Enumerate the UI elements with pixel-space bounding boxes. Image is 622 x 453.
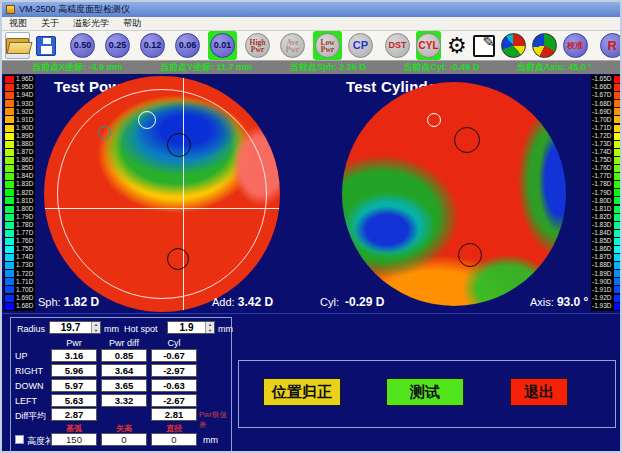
scale-tick: 1.74D bbox=[5, 254, 34, 261]
window-title: VM-2500 高精度面型检测仪 bbox=[19, 3, 130, 16]
right-cyl-value: -2.97 bbox=[151, 364, 197, 377]
menu-company[interactable]: 溢影光学 bbox=[66, 17, 116, 30]
scale-tick: 1.86D bbox=[5, 157, 34, 164]
menu-help[interactable]: 帮助 bbox=[116, 17, 148, 30]
sph-readout: Sph: 1.82 D bbox=[38, 295, 99, 309]
scale-tick: 1.87D bbox=[5, 149, 34, 156]
scale-tick: 1.79D bbox=[5, 214, 34, 221]
status-bar: 当前点X坐标: -4.9 mm 当前点Y坐标: 11.7 mm 当前点Sph: … bbox=[2, 61, 620, 74]
power-map-button[interactable] bbox=[501, 33, 526, 58]
comp-value-2[interactable]: 0 bbox=[101, 433, 147, 446]
exit-button[interactable]: 退出 bbox=[510, 378, 568, 406]
scale-tick: -1.71D bbox=[592, 125, 621, 132]
power-color-scale: 1.96D1.95D1.94D1.93D1.92D1.91D1.90D1.89D… bbox=[4, 75, 35, 311]
radius-unit: mm bbox=[104, 324, 119, 334]
low-pwr-button[interactable]: LowPwr bbox=[313, 31, 342, 60]
scale-tick: 1.73D bbox=[5, 262, 34, 269]
cylinder-map-button[interactable] bbox=[532, 33, 557, 58]
left-pwr_diff-value: 3.32 bbox=[101, 394, 147, 407]
comp-value-1[interactable]: 150 bbox=[51, 433, 97, 446]
scale-tick: -1.86D bbox=[592, 246, 621, 253]
calibrate-button[interactable]: 校准 bbox=[563, 33, 588, 58]
scale-tick: 1.88D bbox=[5, 141, 34, 148]
cp-button[interactable]: CP bbox=[348, 33, 373, 58]
marker-circle bbox=[454, 127, 480, 153]
scale-tick: -1.65D bbox=[592, 76, 621, 83]
threshold-button-0.06[interactable]: 0.06 bbox=[173, 31, 202, 60]
pwr-extreme-label: Pwr极值差 bbox=[199, 410, 231, 430]
toolbar-numeric-group: 0.500.250.120.060.01 bbox=[68, 31, 237, 60]
down-pwr_diff-value: 3.65 bbox=[101, 379, 147, 392]
title-bar[interactable]: VM-2500 高精度面型检测仪 bbox=[2, 2, 620, 17]
menu-view[interactable]: 视图 bbox=[2, 17, 34, 30]
open-file-button[interactable] bbox=[5, 32, 30, 59]
high-pwr-button[interactable]: HighPwr bbox=[243, 31, 272, 60]
measurement-panel: Radius 19.7 ▲▼ mm Hot spot 1.9 ▲▼ mm Pwr… bbox=[10, 317, 232, 453]
scale-tick: 1.91D bbox=[5, 116, 34, 123]
status-axis: 当前点Axis: 45.0 ° bbox=[517, 61, 592, 74]
scale-tick: 1.93D bbox=[5, 100, 34, 107]
up-pwr-value: 3.16 bbox=[51, 349, 97, 362]
threshold-button-0.01[interactable]: 0.01 bbox=[208, 31, 237, 60]
stepper-arrows-icon[interactable]: ▲▼ bbox=[91, 322, 100, 333]
settings-button[interactable]: ⚙ bbox=[447, 35, 467, 57]
radius-stepper[interactable]: 19.7 ▲▼ bbox=[49, 321, 101, 334]
cyl-button[interactable]: CYL bbox=[416, 31, 441, 60]
scale-tick: 1.75D bbox=[5, 246, 34, 253]
threshold-circle-icon: 0.50 bbox=[70, 33, 95, 58]
scale-tick: 1.80D bbox=[5, 206, 34, 213]
scale-tick: 1.92D bbox=[5, 108, 34, 115]
scale-tick: -1.75D bbox=[592, 157, 621, 164]
scale-tick: -1.67D bbox=[592, 92, 621, 99]
col-header-pwr: Pwr bbox=[51, 338, 97, 348]
menu-about[interactable]: 关于 bbox=[34, 17, 66, 30]
cyl-readout: Cyl: -0.29 D bbox=[320, 295, 384, 309]
diff-avg-label: Diff平均 bbox=[15, 410, 46, 423]
scale-tick: 1.68D bbox=[5, 303, 34, 310]
reset-button[interactable]: R bbox=[600, 33, 622, 58]
test-button[interactable]: 测试 bbox=[386, 378, 464, 406]
power-heatmap[interactable] bbox=[44, 76, 280, 312]
col-header-cyl: Cyl bbox=[151, 338, 197, 348]
scale-tick: 1.94D bbox=[5, 92, 34, 99]
app-window: VM-2500 高精度面型检测仪 视图 关于 溢影光学 帮助 0.500.250… bbox=[0, 0, 622, 453]
cylinder-heatmap[interactable] bbox=[342, 82, 566, 306]
scale-tick: -1.70D bbox=[592, 116, 621, 123]
scale-tick: -1.66D bbox=[592, 84, 621, 91]
scale-tick: -1.83D bbox=[592, 222, 621, 229]
scale-tick: -1.84D bbox=[592, 230, 621, 237]
ave-pwr-button[interactable]: AvePwr bbox=[278, 31, 307, 60]
edit-button[interactable]: ✎ bbox=[473, 35, 495, 57]
stepper-arrows-icon[interactable]: ▲▼ bbox=[205, 322, 214, 333]
threshold-circle-icon: 0.01 bbox=[210, 33, 235, 58]
threshold-button-0.12[interactable]: 0.12 bbox=[138, 31, 167, 60]
scale-tick: 1.83D bbox=[5, 181, 34, 188]
dst-button[interactable]: DST bbox=[385, 33, 410, 58]
app-icon bbox=[6, 5, 15, 14]
position-reset-button[interactable]: 位置归正 bbox=[263, 378, 341, 406]
hotspot-stepper[interactable]: 1.9 ▲▼ bbox=[167, 321, 215, 334]
scale-tick: 1.95D bbox=[5, 84, 34, 91]
scale-tick: -1.79D bbox=[592, 189, 621, 196]
save-button[interactable] bbox=[36, 36, 56, 56]
scale-tick: 1.82D bbox=[5, 189, 34, 196]
comp-unit: mm bbox=[203, 435, 218, 445]
save-icon bbox=[36, 36, 56, 56]
scale-tick: -1.90D bbox=[592, 278, 621, 285]
row-label-right: RIGHT bbox=[15, 366, 43, 376]
toolbar: 0.500.250.120.060.01 HighPwrAvePwrLowPwr… bbox=[2, 31, 620, 61]
menu-bar: 视图 关于 溢影光学 帮助 bbox=[2, 17, 620, 31]
threshold-button-0.50[interactable]: 0.50 bbox=[68, 31, 97, 60]
scale-tick: -1.69D bbox=[592, 108, 621, 115]
comp-value-3[interactable]: 0 bbox=[151, 433, 197, 446]
axis-readout: Axis: 93.0 ° bbox=[530, 295, 588, 309]
open-folder-icon bbox=[6, 37, 29, 55]
right-pwr_diff-value: 3.64 bbox=[101, 364, 147, 377]
left-pwr-value: 5.63 bbox=[51, 394, 97, 407]
height-comp-checkbox[interactable] bbox=[15, 435, 24, 444]
up-cyl-value: -0.67 bbox=[151, 349, 197, 362]
toolbar-power-group: HighPwrAvePwrLowPwr bbox=[243, 31, 342, 60]
threshold-button-0.25[interactable]: 0.25 bbox=[103, 31, 132, 60]
scale-tick: 1.90D bbox=[5, 125, 34, 132]
scale-tick: 1.69D bbox=[5, 295, 34, 302]
